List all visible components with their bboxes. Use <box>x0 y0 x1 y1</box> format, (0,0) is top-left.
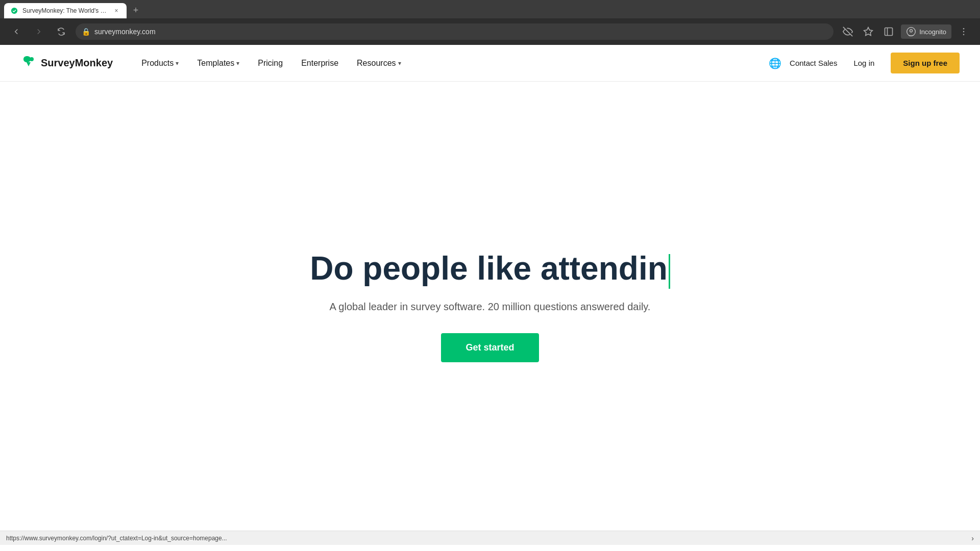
svg-point-0 <box>11 8 17 14</box>
incognito-badge[interactable]: Incognito <box>901 24 951 39</box>
svg-point-7 <box>963 31 965 33</box>
nav-header: SurveyMonkey Products ▾ Templates ▾ Pric… <box>0 45 980 82</box>
svg-rect-3 <box>885 28 893 36</box>
nav-right: 🌐 Contact Sales Log in Sign up free <box>769 53 960 73</box>
signup-button[interactable]: Sign up free <box>891 53 960 73</box>
nav-enterprise-label: Enterprise <box>301 59 338 68</box>
svg-point-5 <box>910 30 913 32</box>
tab-bar: SurveyMonkey: The World's M... × + <box>0 0 980 18</box>
svg-marker-2 <box>864 28 873 36</box>
login-button[interactable]: Log in <box>845 55 883 71</box>
address-text: surveymonkey.com <box>94 28 827 36</box>
hero-title-text: Do people like attendin <box>310 250 668 287</box>
nav-enterprise[interactable]: Enterprise <box>293 55 347 72</box>
forward-button[interactable] <box>31 23 47 40</box>
status-right: › <box>971 534 974 542</box>
hero-title: Do people like attendin <box>310 250 670 288</box>
text-cursor <box>669 254 670 289</box>
nav-links: Products ▾ Templates ▾ Pricing Enterpris… <box>133 55 769 72</box>
address-bar[interactable]: 🔒 surveymonkey.com <box>76 23 834 40</box>
incognito-label: Incognito <box>919 28 946 36</box>
contact-sales-link[interactable]: Contact Sales <box>790 59 837 67</box>
tab-title: SurveyMonkey: The World's M... <box>22 7 108 14</box>
toolbar-actions: Incognito <box>840 23 972 40</box>
tab-close-button[interactable]: × <box>112 7 120 15</box>
more-button[interactable] <box>955 23 972 40</box>
browser-chrome: SurveyMonkey: The World's M... × + 🔒 sur… <box>0 0 980 45</box>
status-arrow-icon: › <box>971 534 974 542</box>
nav-templates[interactable]: Templates ▾ <box>189 55 248 72</box>
hide-sensitive-button[interactable] <box>840 23 856 40</box>
nav-resources[interactable]: Resources ▾ <box>349 55 409 72</box>
browser-toolbar: 🔒 surveymonkey.com <box>0 18 980 45</box>
resources-chevron-icon: ▾ <box>398 60 401 67</box>
active-tab[interactable]: SurveyMonkey: The World's M... × <box>4 3 127 18</box>
nav-pricing[interactable]: Pricing <box>250 55 291 72</box>
logo-text: SurveyMonkey <box>41 57 113 69</box>
tab-favicon <box>10 7 18 15</box>
status-bar: https://www.surveymonkey.com/login/?ut_c… <box>0 531 980 545</box>
nav-templates-label: Templates <box>197 59 234 68</box>
hero-subtitle: A global leader in survey software. 20 m… <box>330 301 651 313</box>
globe-icon[interactable]: 🌐 <box>769 57 781 69</box>
nav-pricing-label: Pricing <box>258 59 283 68</box>
svg-point-6 <box>963 28 965 30</box>
incognito-icon <box>906 27 916 37</box>
get-started-button[interactable]: Get started <box>441 333 538 362</box>
svg-point-9 <box>30 57 34 61</box>
logo-area[interactable]: SurveyMonkey <box>20 55 113 71</box>
reload-button[interactable] <box>53 23 69 40</box>
new-tab-button[interactable]: + <box>129 3 143 17</box>
hero-section: Do people like attendin A global leader … <box>0 82 980 531</box>
bookmark-button[interactable] <box>860 23 876 40</box>
logo-icon <box>20 55 37 71</box>
webpage: SurveyMonkey Products ▾ Templates ▾ Pric… <box>0 45 980 531</box>
products-chevron-icon: ▾ <box>176 60 179 67</box>
sidebar-button[interactable] <box>880 23 897 40</box>
nav-products-label: Products <box>141 59 174 68</box>
lock-icon: 🔒 <box>82 28 90 36</box>
templates-chevron-icon: ▾ <box>236 60 239 67</box>
back-button[interactable] <box>8 23 24 40</box>
svg-point-8 <box>963 34 965 36</box>
status-url: https://www.surveymonkey.com/login/?ut_c… <box>6 535 227 542</box>
nav-products[interactable]: Products ▾ <box>133 55 187 72</box>
nav-resources-label: Resources <box>357 59 396 68</box>
